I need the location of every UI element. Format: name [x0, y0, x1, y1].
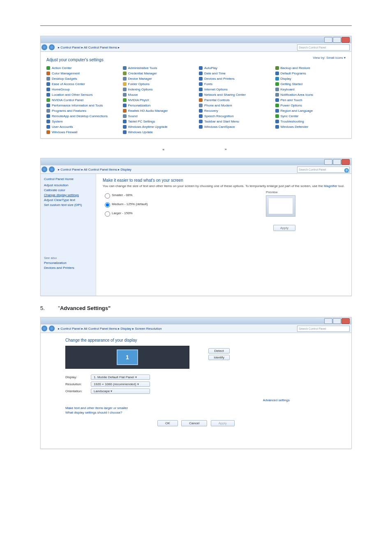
control-panel-item[interactable]: Display	[275, 77, 346, 81]
control-panel-item[interactable]: Credential Manager	[123, 72, 194, 75]
control-panel-item[interactable]: Internet Options	[199, 88, 270, 91]
control-panel-item[interactable]: Devices and Printers	[199, 77, 270, 81]
detect-button[interactable]: Detect	[208, 348, 230, 354]
setting-dropdown[interactable]: Landscape	[91, 388, 150, 394]
control-panel-item[interactable]: Administrative Tools	[123, 66, 194, 70]
control-panel-item[interactable]: Performance Information and Tools	[46, 104, 117, 107]
control-panel-item[interactable]: System	[46, 120, 117, 123]
control-panel-item[interactable]: Power Options	[275, 104, 346, 107]
minimize-button[interactable]	[324, 159, 332, 165]
control-panel-item[interactable]: Color Management	[46, 72, 117, 75]
control-panel-item[interactable]: AutoPlay	[199, 66, 270, 70]
control-panel-item[interactable]: Location and Other Sensors	[46, 93, 117, 97]
control-panel-item[interactable]: Region and Language	[275, 109, 346, 113]
forward-button[interactable]	[49, 326, 55, 331]
control-panel-item[interactable]: Network and Sharing Center	[199, 93, 270, 97]
search-input[interactable]: Search Control Panel	[297, 44, 350, 51]
control-panel-item[interactable]: Backup and Restore	[275, 66, 346, 70]
search-input[interactable]: Search Control Panel	[297, 166, 350, 173]
sidebar-link[interactable]: Calibrate color	[44, 188, 92, 192]
control-panel-item[interactable]: Tablet PC Settings	[123, 120, 194, 123]
control-panel-item[interactable]: Personalization	[123, 104, 194, 107]
breadcrumb[interactable]: ▸ Control Panel ▸ All Control Panel Item…	[55, 46, 297, 49]
forward-button[interactable]	[49, 166, 55, 172]
control-panel-item[interactable]: NVIDIA PhysX	[123, 98, 194, 102]
sidebar-link[interactable]: Adjust ClearType text	[44, 198, 92, 202]
control-panel-item[interactable]: Windows Defender	[275, 125, 346, 129]
control-panel-item[interactable]: Windows CardSpace	[199, 125, 270, 129]
control-panel-item[interactable]: Windows Anytime Upgrade	[123, 125, 194, 129]
maximize-button[interactable]	[333, 159, 341, 165]
see-also-link[interactable]: Personalization	[44, 261, 92, 265]
maximize-button[interactable]	[333, 37, 341, 43]
close-button[interactable]	[341, 159, 350, 165]
control-panel-item[interactable]: HomeGroup	[46, 88, 117, 91]
control-panel-item[interactable]: Parental Controls	[199, 98, 270, 102]
magnifier-link[interactable]: Magnifier	[324, 184, 337, 188]
radio-input[interactable]	[105, 193, 110, 199]
control-panel-item[interactable]: Indexing Options	[123, 88, 194, 91]
control-panel-item[interactable]: Notification Area Icons	[275, 93, 346, 97]
view-by-selector[interactable]: View by: Small icons ▾	[313, 56, 346, 60]
maximize-button[interactable]	[333, 318, 341, 324]
breadcrumb[interactable]: ▸ Control Panel ▸ All Control Panel Item…	[55, 327, 297, 331]
radio-input[interactable]	[105, 211, 110, 217]
monitor-layout-panel[interactable]: 1	[65, 346, 189, 369]
control-panel-item[interactable]: Keyboard	[275, 88, 346, 91]
apply-button[interactable]: Apply	[211, 420, 235, 426]
control-panel-item[interactable]: Realtek HD Audio Manager	[123, 109, 194, 113]
control-panel-item[interactable]: Pen and Touch	[275, 98, 346, 102]
minimize-button[interactable]	[324, 318, 332, 324]
control-panel-item[interactable]: Fonts	[199, 82, 270, 86]
advanced-settings-link[interactable]: Advanced settings	[263, 398, 290, 402]
control-panel-item[interactable]: Programs and Features	[46, 109, 117, 113]
control-panel-item[interactable]: Recovery	[199, 109, 270, 113]
control-panel-item[interactable]: NVIDIA Control Panel	[46, 98, 117, 102]
control-panel-item[interactable]: Phone and Modem	[199, 104, 270, 107]
setting-dropdown[interactable]: 1920 × 1080 (recommended)	[91, 382, 150, 387]
control-panel-item[interactable]: Getting Started	[275, 82, 346, 86]
control-panel-item[interactable]: Taskbar and Start Menu	[199, 120, 270, 123]
breadcrumb[interactable]: ▸ Control Panel ▸ All Control Panel Item…	[55, 168, 297, 171]
forward-button[interactable]	[49, 44, 55, 50]
back-button[interactable]	[42, 166, 47, 172]
monitor-icon[interactable]: 1	[117, 349, 138, 365]
control-panel-item[interactable]: Windows Update	[123, 130, 194, 134]
control-panel-item[interactable]: Mouse	[123, 93, 194, 97]
control-panel-item[interactable]: Sync Center	[275, 114, 346, 118]
scaling-option[interactable]: Smaller - 08%	[103, 192, 345, 199]
help-link[interactable]: Make text and other items larger or smal…	[65, 406, 327, 410]
identify-button[interactable]: Identify	[208, 355, 230, 360]
help-link[interactable]: What display settings should I choose?	[65, 411, 327, 414]
scaling-option[interactable]: Larger - 150%	[103, 210, 345, 217]
control-panel-item[interactable]: Default Programs	[275, 72, 346, 75]
search-input[interactable]: Search Control Panel	[297, 326, 350, 332]
control-panel-item[interactable]: Ease of Access Center	[46, 82, 117, 86]
sidebar-link[interactable]: Adjust resolution	[44, 183, 92, 187]
back-button[interactable]	[42, 326, 47, 331]
back-button[interactable]	[42, 44, 47, 50]
radio-input[interactable]	[105, 202, 110, 208]
control-panel-item[interactable]: User Accounts	[46, 125, 117, 129]
control-panel-item[interactable]: Troubleshooting	[275, 120, 346, 123]
control-panel-item[interactable]: Action Center	[46, 66, 117, 70]
setting-dropdown[interactable]: 1. Mobile Default Flat Panel	[91, 375, 150, 380]
control-panel-item[interactable]: Date and Time	[199, 72, 270, 75]
ok-button[interactable]: OK	[157, 420, 178, 426]
control-panel-item[interactable]: Folder Options	[123, 82, 194, 86]
control-panel-item[interactable]: Speech Recognition	[199, 114, 270, 118]
apply-button[interactable]: Apply	[273, 225, 295, 231]
help-icon[interactable]: ?	[344, 168, 349, 173]
control-panel-item[interactable]: Windows Firewall	[46, 130, 117, 134]
close-button[interactable]	[341, 318, 350, 324]
control-panel-item[interactable]: Desktop Gadgets	[46, 77, 117, 81]
see-also-link[interactable]: Devices and Printers	[44, 266, 92, 270]
cancel-button[interactable]: Cancel	[181, 420, 207, 426]
scaling-option[interactable]: Medium - 125% (default)	[103, 201, 345, 208]
sidebar-link[interactable]: Set custom text size (DPI)	[44, 203, 92, 207]
sidebar-link[interactable]: Change display settings	[44, 193, 92, 197]
close-button[interactable]	[341, 37, 350, 43]
control-panel-item[interactable]: Device Manager	[123, 77, 194, 81]
control-panel-item[interactable]: Sound	[123, 114, 194, 118]
control-panel-item[interactable]: RemoteApp and Desktop Connections	[46, 114, 117, 118]
